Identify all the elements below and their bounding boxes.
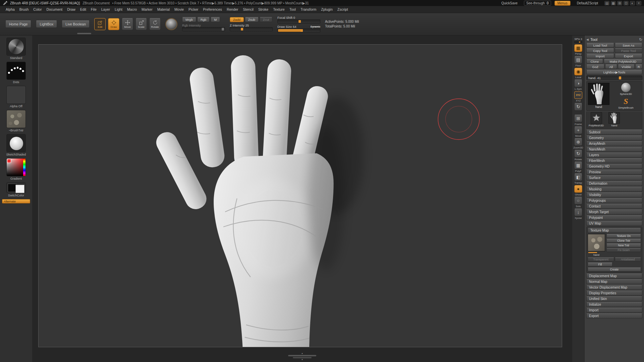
- tool-section[interactable]: Normal Map: [586, 279, 642, 284]
- tray-thumbnail[interactable]: [6, 110, 26, 128]
- document-area[interactable]: [38, 44, 562, 347]
- fix-seam-button[interactable]: Fix Seam: [606, 248, 641, 252]
- right-shelf-item[interactable]: XYZ XYZ: [574, 91, 583, 102]
- right-shelf-icon[interactable]: ↕: [574, 208, 582, 216]
- right-shelf-item[interactable]: ◉ Local: [574, 68, 583, 78]
- refresh-icon[interactable]: ↻: [639, 37, 642, 42]
- import-button[interactable]: Import: [586, 54, 614, 58]
- right-shelf-icon[interactable]: +: [574, 126, 582, 134]
- edit-button[interactable]: Edit: [94, 18, 106, 30]
- right-shelf-item[interactable]: ○ Solo: [574, 197, 583, 207]
- transparent-button[interactable]: Transparent: [588, 257, 614, 261]
- see-through-control[interactable]: See-through 0: [524, 1, 551, 6]
- lightbox-tools-button[interactable]: Lightbox▶Tools: [586, 70, 642, 74]
- load-tool-button[interactable]: Load Tool: [586, 43, 614, 48]
- tool-section[interactable]: Morph Target: [586, 209, 642, 215]
- collapse-panel-icon[interactable]: ◀: [586, 38, 589, 41]
- right-shelf-item[interactable]: ▦ Persp: [574, 44, 583, 55]
- tool-section[interactable]: Layers: [586, 153, 642, 158]
- default-zscript-button[interactable]: DefaultZScript: [574, 1, 601, 6]
- right-shelf-item[interactable]: ● Ghost: [574, 185, 583, 196]
- tool-section[interactable]: Surface: [586, 175, 642, 180]
- rgb-button[interactable]: Rgb: [197, 17, 210, 22]
- tool-section[interactable]: Contact: [586, 204, 642, 209]
- tray-thumbnail[interactable]: [6, 38, 26, 56]
- tool-section[interactable]: Vector Displacement Map: [586, 285, 642, 290]
- menu-item[interactable]: Macro: [125, 7, 139, 12]
- tray-thumbnail[interactable]: [6, 158, 26, 176]
- tray-item[interactable]: SketchShaded: [0, 134, 32, 156]
- menu-item[interactable]: Picker: [186, 7, 201, 12]
- tool-section[interactable]: FiberMesh: [586, 158, 642, 163]
- menu-item[interactable]: Light: [112, 7, 125, 12]
- right-shelf-icon[interactable]: ⊞: [574, 115, 582, 122]
- tray-thumbnail[interactable]: [6, 182, 26, 193]
- titlebar-icon[interactable]: ⊡: [624, 1, 629, 5]
- live-boolean-button[interactable]: Live Boolean: [62, 20, 90, 28]
- menu-item[interactable]: Preferences: [201, 7, 224, 12]
- rotate-button[interactable]: Rotate: [149, 18, 161, 30]
- titlebar-icon[interactable]: ◐: [630, 1, 635, 5]
- dynamic-label[interactable]: Dynamic: [311, 25, 320, 28]
- new-txtr-button[interactable]: New Txtr: [606, 243, 641, 247]
- antialiased-button[interactable]: Antialiased: [615, 257, 641, 261]
- right-shelf-item[interactable]: ⊞ Frame: [574, 115, 583, 125]
- tool-section[interactable]: Unified Skin: [586, 296, 642, 301]
- rgb-intensity-slider[interactable]: [182, 27, 225, 31]
- titlebar-icon[interactable]: ⊞: [617, 1, 622, 5]
- canvas-scrollbar[interactable]: ▲ ▼: [288, 353, 316, 361]
- document-canvas[interactable]: [39, 45, 562, 347]
- tool-section[interactable]: Geometry HD: [586, 164, 642, 169]
- tool-section[interactable]: Export: [586, 313, 642, 318]
- copy-tool-button[interactable]: Copy Tool: [586, 48, 614, 53]
- right-shelf-icon[interactable]: ▦: [574, 162, 582, 169]
- menu-item[interactable]: Movie: [172, 7, 186, 12]
- tray-thumbnail[interactable]: [6, 62, 26, 80]
- move-button[interactable]: Move: [122, 18, 133, 30]
- zcut-button[interactable]: Zcut: [260, 17, 272, 22]
- menu-item[interactable]: Alpha: [3, 7, 17, 12]
- right-shelf-icon[interactable]: ●: [574, 185, 582, 193]
- tool-section[interactable]: Deformation: [586, 181, 642, 186]
- menu-item[interactable]: Draw: [65, 7, 78, 12]
- tool-section[interactable]: ArrayMesh: [586, 141, 642, 146]
- sphere3d-thumbnail[interactable]: [621, 83, 631, 92]
- right-shelf-item[interactable]: ◑ L.Sym: [574, 79, 583, 90]
- spix-slider[interactable]: [574, 41, 582, 43]
- menu-item[interactable]: Zplugin: [319, 7, 335, 12]
- right-shelf-icon[interactable]: ⊕: [574, 138, 582, 146]
- lightbox-button[interactable]: LightBox: [36, 20, 57, 28]
- tool-section[interactable]: Visibility: [586, 192, 642, 197]
- scroll-down-icon[interactable]: ▼: [301, 359, 303, 361]
- scale-button[interactable]: Scale: [136, 18, 147, 30]
- right-shelf-item[interactable]: ▤ Floor: [574, 56, 583, 67]
- tray-thumbnail[interactable]: [6, 86, 26, 104]
- tool-section[interactable]: Displacement Map: [586, 274, 642, 279]
- right-shelf-icon[interactable]: ▦: [574, 44, 582, 52]
- right-shelf-icon[interactable]: ◑: [574, 79, 582, 87]
- texture-map-header[interactable]: Texture Map: [588, 228, 641, 233]
- alternate-button[interactable]: Alternate: [2, 199, 30, 203]
- right-shelf-icon[interactable]: ◧: [574, 173, 582, 181]
- right-shelf-item[interactable]: ↻: [574, 103, 583, 114]
- simplebrush-thumbnail[interactable]: [621, 97, 631, 106]
- titlebar-icon[interactable]: ×: [636, 1, 641, 5]
- menu-item[interactable]: Tool: [287, 7, 298, 12]
- hand-model[interactable]: [153, 55, 345, 347]
- tool-section[interactable]: Polypaint: [586, 215, 642, 220]
- quicksave-button[interactable]: QuickSave: [498, 1, 521, 6]
- menu-item[interactable]: Edit: [78, 7, 89, 12]
- right-shelf-icon[interactable]: ○: [574, 197, 582, 204]
- tray-item[interactable]: SwitchColor: [0, 182, 32, 197]
- menu-item[interactable]: Marker: [139, 7, 155, 12]
- tool-section[interactable]: Polygroups: [586, 198, 642, 203]
- r-button[interactable]: R: [635, 64, 642, 69]
- tool-section[interactable]: UV Map: [586, 221, 642, 226]
- m-button[interactable]: M: [211, 17, 220, 22]
- right-shelf-item[interactable]: ◧ Transp: [574, 173, 583, 184]
- menus-button[interactable]: Menus: [554, 1, 571, 6]
- right-shelf-item[interactable]: ▦ PolyF: [574, 162, 583, 172]
- tray-item[interactable]: Standard: [0, 38, 32, 60]
- current-material-ball[interactable]: [165, 18, 177, 30]
- fill-button[interactable]: Fill: [588, 262, 612, 266]
